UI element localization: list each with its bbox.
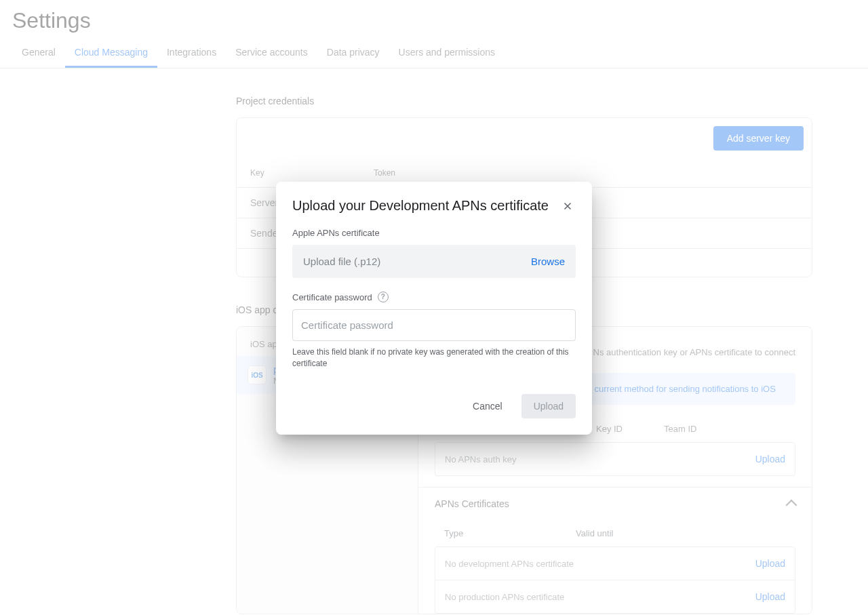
upload-placeholder: Upload file (.p12) (303, 256, 380, 267)
upload-file-field[interactable]: Upload file (.p12) Browse (292, 245, 576, 278)
password-help-text: Leave this field blank if no private key… (292, 346, 576, 370)
modal-overlay: Upload your Development APNs certificate… (0, 0, 868, 615)
certificate-password-input[interactable] (292, 309, 576, 341)
upload-cert-modal: Upload your Development APNs certificate… (276, 182, 592, 435)
upload-button: Upload (521, 394, 576, 418)
password-label: Certificate password (292, 292, 372, 302)
apple-cert-label: Apple APNs certificate (292, 228, 576, 238)
modal-title: Upload your Development APNs certificate (292, 198, 549, 214)
browse-button[interactable]: Browse (531, 256, 565, 267)
cancel-button[interactable]: Cancel (460, 394, 515, 418)
close-icon[interactable] (559, 198, 576, 214)
help-icon[interactable]: ? (378, 292, 389, 302)
